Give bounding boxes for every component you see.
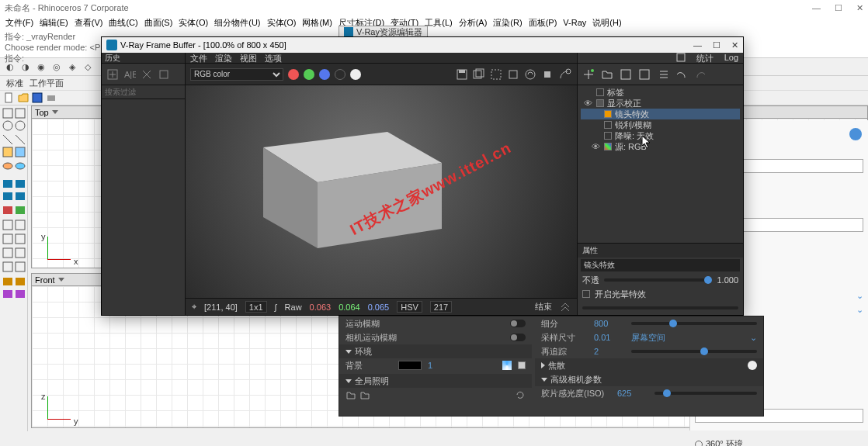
tool-icons-panel[interactable]: [2, 107, 26, 417]
tab-cplane[interactable]: 工作平面: [30, 78, 64, 89]
menu-item[interactable]: 网格(M): [300, 17, 335, 29]
layer-sharpen-blur[interactable]: 锐利/模糊: [615, 119, 651, 131]
iso-slider[interactable]: [654, 392, 757, 395]
background-checkbox[interactable]: [518, 361, 526, 369]
tab-standard[interactable]: 标准: [6, 78, 23, 89]
save-file-icon[interactable]: [31, 92, 43, 104]
blue-channel-icon[interactable]: [319, 69, 330, 80]
menu-item[interactable]: 说明(H): [590, 17, 623, 29]
chevron-down-icon[interactable]: [345, 379, 352, 383]
redo-icon[interactable]: [694, 68, 707, 81]
layer-labels[interactable]: 标签: [607, 87, 624, 99]
toolbar-icon[interactable]: ◑: [19, 60, 33, 74]
red-channel-icon[interactable]: [288, 69, 299, 80]
side-toolbox[interactable]: [0, 105, 28, 431]
visibility-icon[interactable]: 👁: [584, 99, 593, 108]
delete-icon[interactable]: [141, 68, 153, 81]
menu-item[interactable]: 曲面(S): [142, 17, 175, 29]
vfb-history-panel[interactable]: 历史 A|B ⌕: [102, 53, 186, 315]
render-viewport[interactable]: IT技术之家www.ittel.cn: [186, 85, 577, 298]
rhino-menubar[interactable]: 文件(F) 编辑(E) 查看(V) 曲线(C) 曲面(S) 实体(O) 细分物件…: [0, 16, 868, 29]
undo-icon[interactable]: [675, 68, 688, 81]
retrace-slider[interactable]: [631, 350, 757, 353]
toolbar-icon[interactable]: ◐: [3, 60, 17, 74]
layer-lens-effects[interactable]: 镜头特效: [615, 109, 649, 120]
folder-in-icon[interactable]: [359, 389, 370, 400]
add-icon[interactable]: [106, 68, 119, 81]
chevron-down-icon[interactable]: ⌄: [856, 305, 863, 315]
refresh-icon[interactable]: [515, 389, 526, 400]
menu-file[interactable]: 文件: [190, 53, 207, 63]
menu-item[interactable]: 实体(O): [265, 17, 299, 29]
folder-out-icon[interactable]: [345, 389, 356, 400]
toolbar-icon[interactable]: ◇: [81, 60, 95, 74]
save-image-icon[interactable]: [456, 68, 468, 81]
ab-compare-icon[interactable]: A|B: [123, 68, 136, 81]
menu-item[interactable]: V-Ray: [561, 18, 589, 27]
vfb-layers-panel[interactable]: 统计 Log 标签 👁显示校正 镜头特效 锐利/模糊 降噪: 无效 👁源: RG…: [577, 53, 743, 315]
scroll-track[interactable]: [582, 306, 738, 309]
properties-selector[interactable]: 镜头特效: [581, 259, 740, 271]
sample-size-value[interactable]: 0.01: [594, 333, 625, 342]
menu-item[interactable]: 文件(F): [3, 17, 36, 29]
radio-icon[interactable]: [695, 441, 703, 447]
bloom-checkbox[interactable]: [582, 290, 590, 298]
mono-channel-icon[interactable]: [335, 69, 345, 80]
vfb-toolbar[interactable]: RGB color: [186, 64, 577, 85]
color-mode[interactable]: HSV: [397, 301, 422, 313]
pixel-scale[interactable]: 1x1: [245, 301, 267, 313]
minimize-icon[interactable]: —: [812, 3, 821, 13]
opacity-slider[interactable]: [604, 278, 712, 282]
render-icon[interactable]: [848, 126, 863, 142]
toolbar-icon[interactable]: ◈: [65, 60, 79, 74]
maximize-icon[interactable]: ☐: [835, 3, 842, 13]
maximize-icon[interactable]: ☐: [713, 40, 720, 50]
close-icon[interactable]: ✕: [731, 40, 738, 50]
channel-select[interactable]: RGB color: [190, 68, 283, 81]
caustics-toggle[interactable]: [748, 361, 757, 370]
layer-display-correction[interactable]: 显示校正: [607, 98, 641, 109]
vray-settings-panel[interactable]: 运动模糊 相机运动模糊 环境 背景 1 全局照明 细分800 采样尺寸0.01屏…: [339, 316, 764, 417]
close-icon[interactable]: ✕: [856, 3, 863, 13]
menu-item[interactable]: 分析(A): [457, 17, 490, 29]
track-mouse-icon[interactable]: [507, 68, 519, 81]
retrace-value[interactable]: 2: [594, 347, 625, 356]
tab-log[interactable]: Log: [724, 53, 738, 63]
region-render-icon[interactable]: [490, 68, 502, 81]
opacity-value[interactable]: 1.000: [717, 275, 738, 285]
menu-item[interactable]: 编辑(E): [37, 17, 71, 29]
chevron-down-icon[interactable]: [58, 278, 64, 282]
cam-motion-blur-toggle[interactable]: [510, 334, 526, 341]
background-value[interactable]: 1: [428, 361, 459, 370]
menu-item[interactable]: 实体(O): [176, 17, 210, 29]
new-file-icon[interactable]: [3, 92, 16, 104]
chevron-right-icon[interactable]: [541, 362, 545, 368]
layer-source[interactable]: 源: RGB: [615, 141, 647, 153]
green-channel-icon[interactable]: [304, 69, 314, 80]
toolbar-icon[interactable]: ◉: [34, 60, 48, 74]
vray-frame-buffer-window[interactable]: V-Ray Frame Buffer - [100.0% of 800 x 45…: [101, 36, 744, 316]
menu-item[interactable]: 渲染(R): [491, 17, 524, 29]
list-icon[interactable]: [657, 68, 669, 81]
menu-item[interactable]: 查看(V): [72, 17, 106, 29]
layer-denoiser[interactable]: 降噪: 无效: [615, 130, 654, 142]
clear-icon[interactable]: [158, 68, 170, 81]
toolbar-icon[interactable]: ◎: [50, 60, 64, 74]
vfb-menu[interactable]: 文件 渲染 视图 选项: [186, 53, 577, 64]
color-swatch[interactable]: [398, 361, 422, 370]
load-preset-icon[interactable]: [638, 68, 651, 81]
save-preset-icon[interactable]: [620, 68, 632, 81]
subdiv-slider[interactable]: [631, 322, 757, 325]
print-icon[interactable]: [45, 92, 57, 104]
chevron-down-icon[interactable]: ⌄: [750, 333, 757, 343]
layers-tab-icon[interactable]: [676, 53, 686, 62]
folder-icon[interactable]: [601, 68, 613, 81]
alpha-channel-icon[interactable]: [350, 69, 361, 80]
menu-render[interactable]: 渲染: [215, 53, 232, 63]
checkbox-icon[interactable]: [596, 99, 604, 107]
chevron-down-icon[interactable]: [345, 350, 352, 354]
iso-value[interactable]: 625: [617, 389, 648, 398]
expand-icon[interactable]: [560, 302, 571, 313]
vfb-titlebar[interactable]: V-Ray Frame Buffer - [100.0% of 800 x 45…: [102, 37, 743, 53]
add-layer-icon[interactable]: [582, 68, 595, 81]
